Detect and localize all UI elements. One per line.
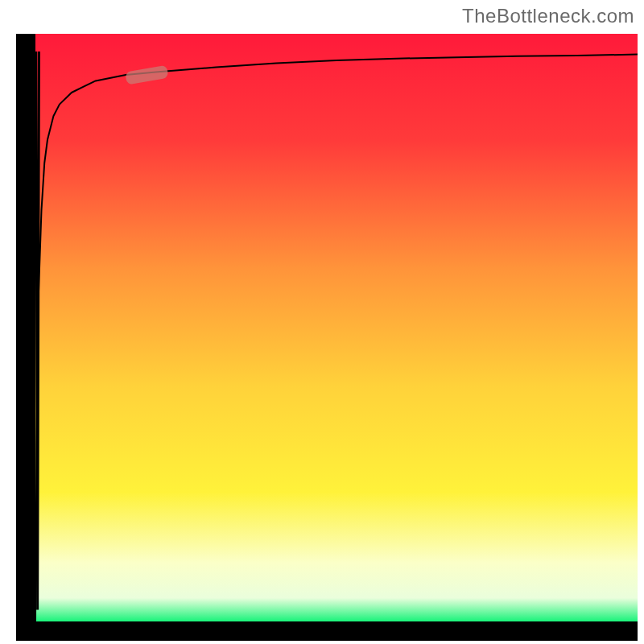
chart-svg — [0, 0, 644, 644]
x-axis — [16, 621, 638, 641]
gradient-background — [35, 34, 638, 621]
y-axis — [16, 34, 35, 641]
chart-container: TheBottleneck.com — [0, 0, 644, 644]
